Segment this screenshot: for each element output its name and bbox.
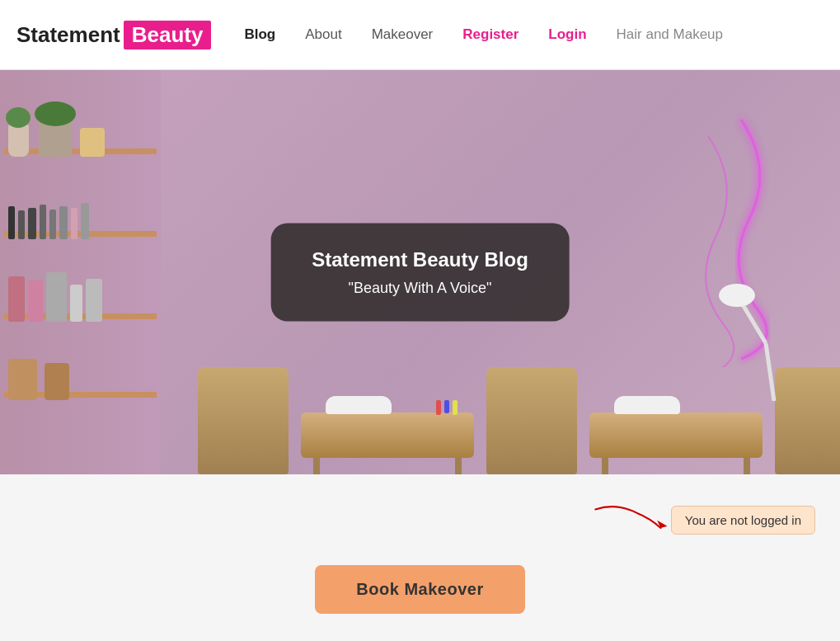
svg-line-0 [766, 343, 774, 401]
nav-blog[interactable]: Blog [244, 26, 275, 43]
chair-left [198, 367, 289, 474]
product-bottle3 [46, 272, 67, 322]
table-leg-4 [744, 458, 750, 474]
nav-about[interactable]: About [305, 26, 341, 43]
svg-point-2 [719, 284, 755, 307]
logo-beauty: Beauty [124, 21, 212, 49]
vase [8, 124, 29, 157]
table-leg-2 [455, 458, 462, 474]
table-1-wrapper [301, 412, 474, 474]
product-dark-3 [28, 208, 36, 239]
manicure-table-2 [589, 412, 763, 458]
navbar: Statement Beauty Blog About Makeover Reg… [0, 0, 840, 70]
table-leg-1 [313, 458, 320, 474]
not-logged-badge: You are not logged in [671, 506, 815, 535]
pot [80, 128, 105, 157]
product-dark-6 [59, 206, 68, 239]
hero-subtitle: "Beauty With A Voice" [312, 280, 528, 297]
product-pink [71, 208, 77, 239]
book-section: Book Makeover [0, 549, 840, 639]
shelf3-items [8, 272, 102, 322]
basket2 [45, 363, 69, 400]
table-2-wrapper [589, 412, 763, 474]
product-dark-1 [8, 206, 15, 239]
table-leg-3 [602, 458, 608, 474]
uv-lamp [326, 396, 392, 414]
nail-products [436, 400, 458, 415]
chair-middle [486, 367, 577, 474]
nav-register[interactable]: Register [462, 26, 519, 43]
manicure-table-1 [301, 412, 474, 458]
desk-lamp [716, 277, 799, 412]
shelf2-items [8, 203, 89, 239]
nail-polish-1 [436, 400, 441, 415]
nail-polish-2 [444, 400, 449, 413]
below-hero: You are not logged in Book Makeover [0, 474, 840, 641]
top-shelf-items [8, 120, 105, 157]
product-dark-2 [18, 210, 25, 239]
table-1-legs [301, 458, 474, 474]
planter [39, 120, 72, 157]
nav-hair-makeup[interactable]: Hair and Makeup [617, 26, 723, 43]
product-dark-5 [49, 210, 56, 239]
hero-title: Statement Beauty Blog [312, 248, 528, 271]
logo-statement: Statement [16, 22, 120, 48]
product-lg [81, 203, 89, 239]
lamp-svg [716, 277, 799, 409]
product-dark-4 [40, 205, 46, 239]
product-bottle [8, 276, 25, 322]
shelf-unit [0, 70, 161, 474]
not-logged-in-area: You are not logged in [0, 491, 840, 549]
table-2-legs [589, 458, 763, 474]
book-makeover-button[interactable]: Book Makeover [315, 565, 524, 614]
nav-makeover[interactable]: Makeover [372, 26, 434, 43]
nav-login[interactable]: Login [548, 26, 586, 43]
logo-link[interactable]: Statement Beauty [16, 21, 211, 49]
product-sm [70, 285, 82, 322]
shelf4-items [8, 359, 69, 400]
uv-lamp-2 [614, 396, 680, 414]
arrow-indicator [589, 499, 671, 540]
nail-polish-3 [453, 400, 458, 415]
nav-links: Blog About Makeover Register Login Hair … [244, 26, 824, 43]
plant2 [35, 101, 76, 126]
hero-section: Statement Beauty Blog "Beauty With A Voi… [0, 70, 840, 474]
plant-leaves [6, 107, 31, 128]
basket [8, 359, 37, 400]
product-md [86, 279, 102, 322]
product-bottle2 [28, 280, 43, 322]
hero-text-box: Statement Beauty Blog "Beauty With A Voi… [270, 224, 570, 322]
svg-line-1 [741, 302, 766, 343]
